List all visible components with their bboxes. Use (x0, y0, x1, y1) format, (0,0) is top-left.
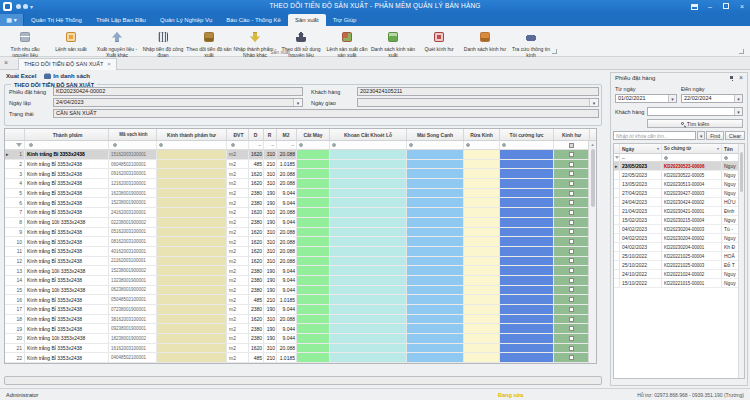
table-row[interactable]: 4 Kính trắng Bỉ 3353x2438 12162003100001… (5, 179, 596, 189)
ribbon-tab[interactable]: Quản Lý Nghiệp Vụ (153, 14, 219, 26)
dialog-launcher-icon[interactable] (739, 49, 744, 54)
order-row[interactable]: 15/02/2023 KD20230215-00004 Nguy (614, 216, 744, 225)
broken-checkbox[interactable] (569, 268, 574, 273)
broken-checkbox[interactable] (569, 317, 574, 322)
col-header-dvt[interactable]: ĐVT (227, 129, 249, 140)
ribbon-tab[interactable]: Trợ Giúp (326, 14, 364, 26)
tabstrip-close-icon[interactable]: × (4, 59, 8, 66)
broken-checkbox[interactable] (569, 152, 574, 157)
order-row[interactable]: 27/04/2023 KD20230427-00003 Nguy (614, 189, 744, 198)
broken-checkbox[interactable] (569, 210, 574, 215)
ribbon-tab[interactable]: Quản Trị Hệ Thống (24, 14, 89, 26)
order-row[interactable]: 04/02/2023 KD20230204-00001 Kh Đ (614, 243, 744, 252)
order-row[interactable]: 23/05/2023 KD20230523-00006 Nguy (614, 162, 744, 171)
order-field[interactable]: KD20230424-00002 (53, 87, 303, 96)
order-row[interactable]: 15/10/2022 KD20221015-00001 Nguy (614, 279, 744, 288)
keyword-input[interactable] (613, 131, 696, 140)
created-date-combo[interactable]: 24/04/2023 (53, 98, 303, 107)
broken-checkbox[interactable] (569, 355, 574, 360)
panel-customer-combo[interactable] (647, 107, 743, 116)
application-menu-button[interactable]: ▦ ▾ (0, 14, 24, 26)
chevron-down-icon[interactable]: ▾ (717, 146, 719, 151)
theme-button[interactable] (686, 0, 702, 14)
search-button[interactable]: Tìm kiếm (647, 119, 743, 128)
order-row[interactable]: 24/10/2022 KD20221024-00002 Nguy (614, 270, 744, 279)
col-header-wash[interactable]: Rửa Kính (464, 129, 500, 140)
col-header-barcode[interactable]: Mã vạch kính (109, 129, 157, 140)
broken-checkbox[interactable] (569, 249, 574, 254)
broken-checkbox[interactable] (569, 326, 574, 331)
order-row[interactable]: 24/04/2023 KD20230424-00002 HỮU (614, 198, 744, 207)
col-header-drill[interactable]: Khoan Cắt Khoét Lỗ (330, 129, 407, 140)
table-row[interactable]: 20 Kính trắng 10li 3353x2438 18238001900… (5, 334, 596, 344)
table-row[interactable]: 5 Kính trắng Bỉ 3353x2438 16238001900001… (5, 189, 596, 199)
table-row[interactable]: 9 Kính trắng Bỉ 3353x2438 05162003100001… (5, 228, 596, 238)
broken-checkbox[interactable] (569, 336, 574, 341)
table-row[interactable]: 2 Kính trắng Bỉ 3353x2438 06048502100001… (5, 160, 596, 170)
dialog-launcher-icon[interactable] (552, 49, 557, 54)
broken-checkbox[interactable] (569, 307, 574, 312)
table-row[interactable]: 22 Kính trắng Bỉ 3353x2438 0404850210000… (5, 353, 596, 363)
col-header-date[interactable]: Ngày▾ (620, 144, 662, 153)
broken-checkbox[interactable] (569, 239, 574, 244)
order-row[interactable]: 04/02/2023 KD20230204-00003 Tú - (614, 225, 744, 234)
broken-checkbox[interactable] (569, 181, 574, 186)
table-row[interactable]: 1 Kính trắng Bỉ 3353x2438 15162003100001… (5, 150, 596, 160)
broken-checkbox[interactable] (569, 229, 574, 234)
ribbon-tab[interactable]: Báo Cáo - Thống Kê (219, 14, 288, 26)
orders-filter-row[interactable]: – (614, 154, 744, 162)
table-row[interactable]: 6 Kính trắng Bỉ 3353x2438 15238001900001… (5, 198, 596, 208)
customer-field[interactable]: 20230424105211 (357, 87, 599, 96)
col-header-d[interactable]: D (249, 129, 264, 140)
col-header-cut[interactable]: Cắt Máy (297, 129, 330, 140)
filter-checkbox[interactable] (569, 143, 574, 148)
table-row[interactable]: 17 Kính trắng Bỉ 3353x2438 0723800190000… (5, 305, 596, 315)
pin-icon[interactable] (730, 76, 733, 79)
document-tab[interactable]: THEO DÕI TIẾN ĐỘ SẢN XUẤT× (18, 58, 117, 70)
export-excel-button[interactable]: Xuất Excel (6, 73, 36, 79)
table-row[interactable]: 8 Kính trắng 10li 3353x2438 022380019000… (5, 218, 596, 228)
order-row[interactable]: 21/04/2023 KD20230421-00001 Đinh (614, 207, 744, 216)
broken-checkbox[interactable] (569, 220, 574, 225)
table-row[interactable]: 14 Kính trắng Bỉ 3353x2438 1323800190000… (5, 276, 596, 286)
table-row[interactable]: 18 Kính trắng Bỉ 3353x2438 3816200310000… (5, 315, 596, 325)
col-header-temper[interactable]: Tôi cường lực (500, 129, 554, 140)
broken-checkbox[interactable] (569, 171, 574, 176)
table-row[interactable]: 13 Kính trắng 10li 3353x2438 15238001900… (5, 266, 596, 276)
col-header-r[interactable]: R (264, 129, 277, 140)
grid-scrollbar[interactable]: ▲ (588, 141, 596, 363)
ribbon-tab[interactable]: Sản xuất (288, 14, 326, 26)
broken-checkbox[interactable] (569, 297, 574, 302)
broken-checkbox[interactable] (569, 278, 574, 283)
to-date-combo[interactable]: 22/02/2024 (681, 94, 743, 103)
broken-checkbox[interactable] (569, 258, 574, 263)
tab-close-icon[interactable]: × (107, 61, 111, 67)
table-row[interactable]: 15 Kính trắng 10li 3353x2438 06238001900… (5, 286, 596, 296)
table-row[interactable]: 3 Kính trắng Bỉ 3353x2438 09162003100001… (5, 169, 596, 179)
table-row[interactable]: 12 Kính trắng Bỉ 3353x2438 2116200310000… (5, 257, 596, 267)
table-row[interactable]: 21 Kính trắng Bỉ 3353x2438 1616200310000… (5, 344, 596, 354)
scrollbar-thumb[interactable] (740, 152, 743, 192)
delivery-date-combo[interactable] (357, 98, 599, 107)
order-row[interactable]: 22/05/2023 KD20230522-00005 Nguy (614, 171, 744, 180)
col-header-product[interactable]: Thành phẩm (25, 129, 109, 140)
status-field[interactable]: CẦN SẢN XUẤT (53, 109, 599, 118)
order-row[interactable]: 13/05/2023 KD20230513-00004 Nguy (614, 180, 744, 189)
ribbon-tab[interactable]: Thiết Lập Ban Đầu (89, 14, 153, 26)
scrollbar-thumb[interactable] (591, 149, 595, 207)
close-button[interactable]: × (734, 0, 750, 14)
broken-checkbox[interactable] (569, 346, 574, 351)
panel-close-icon[interactable]: × (739, 74, 743, 81)
col-header-grind[interactable]: Mài Song Cạnh (407, 129, 464, 140)
scroll-up-icon[interactable]: ▲ (589, 141, 596, 148)
table-row[interactable]: 7 Kính trắng Bỉ 3353x2438 24162003100001… (5, 208, 596, 218)
col-header-broken[interactable]: Kính hư (554, 129, 590, 140)
minimize-button[interactable]: – (702, 0, 718, 14)
table-row[interactable]: 16 Kính trắng Bỉ 3353x2438 0504850210000… (5, 295, 596, 305)
keyword-caret-icon[interactable]: ▾ (697, 131, 705, 140)
table-row[interactable]: 10 Kính trắng Bỉ 3353x2438 0816200310000… (5, 237, 596, 247)
print-list-button[interactable]: In danh sách (44, 73, 90, 79)
find-button[interactable]: Find (706, 131, 724, 140)
order-row[interactable]: 25/10/2022 KD20221025-00003 Đỗ T (614, 261, 744, 270)
order-row[interactable]: 04/02/2023 KD20230204-00002 Nguy (614, 234, 744, 243)
